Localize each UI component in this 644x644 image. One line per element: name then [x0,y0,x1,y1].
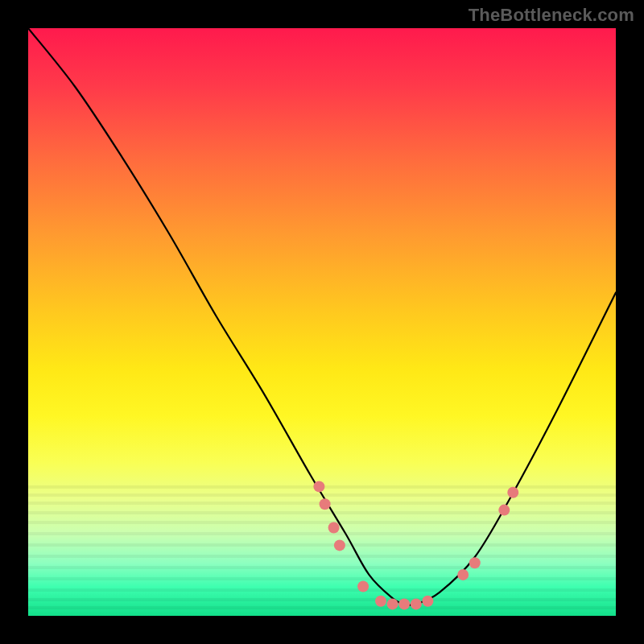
chart-svg [28,28,616,616]
watermark-text: TheBottleneck.com [469,5,634,26]
marker-point [422,596,433,607]
plot-area [28,28,616,616]
marker-point [498,505,510,516]
marker-point [387,598,398,609]
marker-point [375,596,386,607]
marker-point [469,557,481,568]
marker-point [507,487,518,498]
curve-group [28,28,616,605]
marker-point [457,569,469,580]
marker-point [334,539,345,551]
marker-point [313,481,324,492]
marker-point [398,598,410,609]
chart-frame: TheBottleneck.com [0,0,644,644]
marker-point [357,581,369,592]
bottleneck-curve-path [28,28,616,605]
marker-group [313,481,518,609]
marker-point [320,498,331,510]
marker-point [411,598,422,609]
marker-point [328,522,340,534]
